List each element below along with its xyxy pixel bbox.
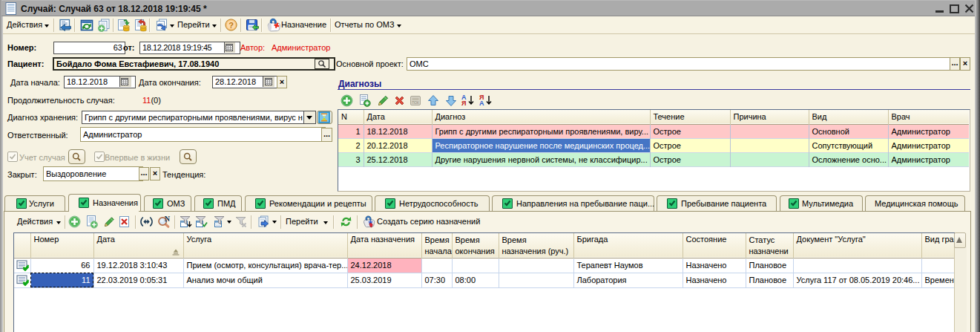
svg-text:N: N [164,215,170,223]
svg-text:ПОК: ПОК [412,101,419,105]
svg-text:?: ? [228,21,234,30]
